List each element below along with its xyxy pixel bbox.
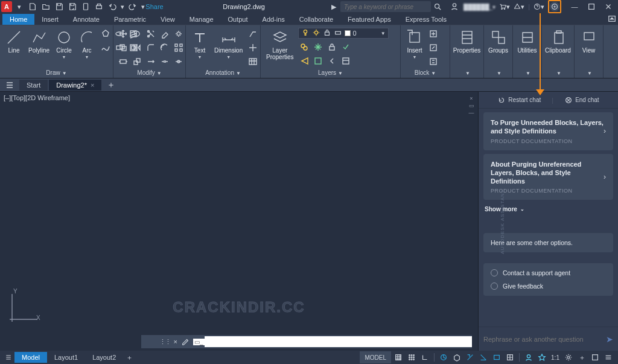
ribbon-collapse-icon[interactable]	[606, 13, 618, 25]
sb-gear-icon[interactable]	[562, 351, 575, 363]
tool-edit-block[interactable]	[427, 42, 439, 54]
vp-min-icon[interactable]: —	[468, 110, 474, 116]
new-icon[interactable]	[27, 1, 39, 13]
cmd-close-icon[interactable]: ×	[174, 338, 177, 345]
panel-draw-label[interactable]: Draw▼	[0, 68, 113, 78]
restart-chat-button[interactable]: Restart chat	[497, 96, 541, 104]
tool-table[interactable]	[247, 56, 259, 68]
panel-modify-label[interactable]: Modify▼	[113, 68, 185, 78]
undo-drop-icon[interactable]: ▾	[119, 1, 126, 13]
view-label[interactable]: [–][Top][2D Wireframe]	[4, 94, 70, 101]
sb-grid-icon[interactable]	[392, 351, 404, 363]
tab-featured-apps[interactable]: Featured Apps	[340, 14, 398, 25]
panel-properties[interactable]: Properties ▼	[450, 25, 484, 78]
tab-view[interactable]: View	[153, 14, 182, 25]
tool-move[interactable]	[117, 28, 129, 40]
doc-tab-start[interactable]: Start	[19, 80, 48, 91]
layout-menu-icon[interactable]	[2, 351, 14, 363]
tool-layer-lock[interactable]	[326, 41, 338, 53]
vp-max-icon[interactable]: ▭	[468, 103, 474, 109]
sb-model-button[interactable]: MODEL	[360, 351, 391, 363]
layout-tab-model[interactable]: Model	[14, 352, 47, 363]
tab-parametric[interactable]: Parametric	[107, 14, 153, 25]
panel-utilities[interactable]: Utilities ▼	[513, 25, 542, 78]
sb-workspace-icon[interactable]	[523, 351, 535, 363]
tool-layer-off[interactable]	[298, 41, 310, 53]
search-box[interactable]	[340, 1, 431, 12]
tab-annotate[interactable]: Annotate	[66, 14, 107, 25]
tool-edit-attr[interactable]	[427, 56, 439, 68]
sb-scale-label[interactable]: 1:1	[549, 351, 561, 363]
sb-lineweight-icon[interactable]	[491, 351, 503, 363]
tool-polygon[interactable]	[100, 28, 112, 40]
doc-menu-icon[interactable]	[4, 79, 16, 91]
sb-polar-icon[interactable]	[438, 351, 450, 363]
tool-trim[interactable]	[145, 28, 157, 40]
close-icon[interactable]	[600, 1, 617, 12]
sb-otrack-icon[interactable]	[477, 351, 489, 363]
panel-layers-label[interactable]: Layers▼	[261, 68, 400, 78]
tool-create-block[interactable]	[427, 28, 439, 40]
tool-break[interactable]	[159, 56, 171, 68]
user-icon[interactable]	[449, 1, 460, 12]
tool-line[interactable]: Line	[4, 28, 24, 55]
panel-clipboard[interactable]: Clipboard ▼	[542, 25, 575, 78]
command-input[interactable]	[205, 336, 472, 347]
sb-annoscale-icon[interactable]	[536, 351, 548, 363]
doc-tab-active[interactable]: Drawing2*×	[49, 80, 101, 91]
tab-collaborate[interactable]: Collaborate	[292, 14, 340, 25]
sb-ortho-icon[interactable]	[419, 351, 431, 363]
tool-explode[interactable]	[173, 28, 185, 40]
tool-layer-make-current[interactable]	[340, 41, 352, 53]
search-icon[interactable]	[432, 1, 443, 12]
tool-spline[interactable]	[100, 42, 112, 54]
webmobile-icon[interactable]	[80, 1, 92, 13]
send-icon[interactable]: ➤	[606, 334, 613, 344]
tab-insert[interactable]: Insert	[34, 14, 66, 25]
panel-block-label[interactable]: Block▼	[401, 68, 450, 78]
app-menu-badge[interactable]: A	[1, 1, 12, 12]
tool-erase[interactable]	[159, 28, 171, 40]
sb-isodraft-icon[interactable]	[451, 351, 463, 363]
assistant-input[interactable]	[483, 336, 606, 343]
search-input[interactable]	[344, 4, 427, 10]
sb-clean-icon[interactable]	[589, 351, 601, 363]
tool-scale[interactable]	[131, 56, 143, 68]
sb-transparency-icon[interactable]	[504, 351, 516, 363]
tool-copy[interactable]	[117, 42, 129, 54]
panel-annotation-label[interactable]: Annotation▼	[186, 68, 260, 78]
doc-close-icon[interactable]: ×	[91, 81, 94, 89]
option-give-feedback[interactable]: Give feedback	[491, 283, 606, 290]
vp-close-icon[interactable]: ×	[468, 95, 474, 101]
app-switcher-icon[interactable]: ▾	[514, 1, 524, 12]
cmd-handle-icon[interactable]: ⋮⋮	[159, 338, 170, 346]
tool-layer-properties[interactable]: Layer Properties	[264, 28, 296, 62]
tool-join[interactable]	[173, 56, 185, 68]
saveas-icon[interactable]	[66, 1, 78, 13]
command-line[interactable]: ⋮⋮ × ▭_	[141, 335, 472, 348]
plot-icon[interactable]	[93, 1, 105, 13]
tool-arc[interactable]: Arc ▼	[77, 28, 97, 60]
search-play-icon[interactable]: ▶	[328, 1, 339, 12]
share-button[interactable]: Share	[147, 1, 159, 13]
tool-rotate[interactable]	[131, 28, 143, 40]
save-icon[interactable]	[53, 1, 65, 13]
tab-home[interactable]: Home	[2, 14, 34, 25]
tool-fillet[interactable]	[145, 42, 157, 54]
panel-groups[interactable]: Groups ▼	[484, 25, 513, 78]
tool-centerline[interactable]	[247, 42, 259, 54]
tool-layer-state[interactable]	[340, 55, 352, 67]
tool-layer-isolate[interactable]	[312, 55, 324, 67]
cmd-customize-icon[interactable]	[181, 337, 190, 346]
sb-snap-icon[interactable]	[406, 351, 418, 363]
sb-customize-icon[interactable]	[602, 351, 614, 363]
tool-text[interactable]: Text ▼	[190, 28, 210, 60]
tab-manage[interactable]: Manage	[182, 14, 221, 25]
cart-icon[interactable]: ▾	[499, 1, 510, 12]
assistant-card-0[interactable]: To Purge Unneeded Blocks, Layers, and St…	[483, 112, 613, 150]
drawing-canvas[interactable]: [–][Top][2D Wireframe] × ▭ — CRACKINDIR.…	[0, 92, 478, 351]
tool-dimension[interactable]: Dimension ▼	[212, 28, 244, 60]
layer-combobox[interactable]: 0 ▼	[298, 28, 389, 39]
tool-mirror[interactable]	[131, 42, 143, 54]
tab-addins[interactable]: Add-ins	[255, 14, 292, 25]
